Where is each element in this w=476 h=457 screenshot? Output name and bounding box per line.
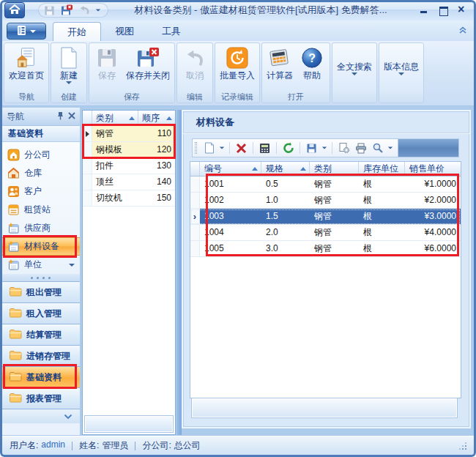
table-row[interactable]: 1004 2.0 钢管 根 ¥4.0000	[190, 225, 461, 241]
sidebar-item-label: 客户	[24, 185, 42, 198]
table-row[interactable]: 顶丝 140	[83, 174, 175, 190]
welcome-home-button[interactable]: 欢迎首页	[7, 45, 46, 81]
folder-icon	[9, 392, 22, 405]
column-header-category[interactable]: 类别	[92, 111, 138, 125]
nav-group-rent-out[interactable]: 租出管理	[2, 281, 80, 302]
close-icon[interactable]	[68, 111, 75, 122]
folder-icon	[9, 307, 22, 320]
cell-stock-unit: 根	[359, 225, 405, 240]
nav-group-reports[interactable]: 报表管理	[2, 387, 80, 409]
nav-group-basic-data[interactable]: 基础资料	[2, 366, 80, 387]
sidebar-item-branch[interactable]: 分公司	[2, 146, 80, 164]
sidebar-item-customer[interactable]: 客户	[2, 182, 80, 201]
resize-grip[interactable]	[459, 442, 466, 450]
nav-group-inventory[interactable]: 进销存管理	[2, 345, 80, 366]
save-and-close-button[interactable]: 保存并关闭	[124, 45, 172, 81]
sidebar-item-label: 仓库	[24, 167, 42, 179]
chevron-down-icon[interactable]	[322, 146, 327, 149]
sidebar-item-supplier[interactable]: 供应商	[2, 219, 80, 237]
column-header-category[interactable]: 类别	[310, 162, 359, 176]
column-header-spec[interactable]: 规格	[261, 162, 310, 176]
table-row[interactable]: 切纹机 150	[83, 190, 175, 207]
new-button[interactable]: 新建	[53, 45, 84, 85]
nav-splitter-handle[interactable]	[2, 274, 80, 281]
button-label: 计算器	[267, 70, 293, 81]
column-header-stock-unit[interactable]: 库存单位	[359, 162, 405, 176]
save-icon[interactable]	[42, 4, 56, 16]
cell-code: 1001	[200, 177, 261, 192]
table-row-selected[interactable]: 1003 1.5 钢管 根 ¥3.0000	[190, 209, 461, 225]
tab-tools[interactable]: 工具	[148, 22, 195, 41]
save-and-close-icon[interactable]	[60, 4, 73, 16]
rental-station-icon	[7, 204, 20, 216]
delete-icon[interactable]	[234, 141, 248, 155]
sidebar-item-material-equipment[interactable]: 材料设备	[2, 237, 80, 256]
undo-icon	[183, 46, 207, 70]
close-button[interactable]	[457, 6, 467, 15]
app-home-button[interactable]	[4, 2, 25, 18]
nav-overflow-bar[interactable]	[2, 409, 80, 423]
material-table: 编号 规格 类别 库存单位 销售单价 1001	[190, 161, 461, 398]
cell-category: 钢管	[310, 177, 359, 192]
print-icon[interactable]	[354, 141, 368, 155]
panel-title: 材料设备	[183, 111, 469, 133]
button-label: 欢迎首页	[9, 70, 44, 81]
button-label: 全文搜索	[337, 62, 372, 72]
material-equipment-icon	[7, 240, 20, 253]
application-menu-button[interactable]	[7, 23, 46, 40]
version-info-button[interactable]: 版本信息	[382, 61, 421, 76]
export-icon[interactable]	[305, 141, 319, 155]
ribbon-group-label: 创建	[51, 92, 86, 103]
row-selector	[83, 158, 92, 174]
chevron-down-icon[interactable]	[388, 146, 393, 149]
qat-dropdown-icon[interactable]	[96, 9, 100, 11]
table-row[interactable]: 1005 3.0 钢管 根 ¥6.0000	[190, 241, 461, 257]
tab-view[interactable]: 视图	[101, 22, 148, 41]
sidebar-item-label: 供应商	[24, 222, 51, 234]
table-row[interactable]: 钢管 110	[83, 126, 175, 142]
button-label: 帮助	[303, 70, 321, 81]
ribbon-group-create: 新建 创建	[51, 42, 87, 103]
folder-icon	[9, 286, 22, 299]
column-header-order[interactable]: 顺序	[138, 111, 175, 125]
refresh-icon[interactable]	[281, 141, 295, 155]
page-setup-icon[interactable]	[337, 141, 351, 155]
sidebar-item-warehouse[interactable]: 仓库	[2, 164, 80, 182]
row-selector	[190, 225, 200, 240]
table-row[interactable]: 1002 1.0 钢管 根 ¥2.0000	[190, 193, 461, 209]
sidebar-item-label: 分公司	[24, 149, 51, 161]
maximize-button[interactable]	[438, 6, 448, 15]
calculator-button[interactable]: 计算器	[264, 45, 295, 81]
new-document-icon[interactable]	[202, 141, 216, 155]
batch-import-button[interactable]: 批量导入	[217, 45, 257, 81]
table-row[interactable]: 1001 0.5 钢管 根 ¥1.0000	[190, 177, 461, 193]
vertical-splitter[interactable]	[176, 110, 182, 435]
detail-panel-footer	[191, 398, 458, 418]
pin-icon[interactable]	[56, 111, 64, 122]
sidebar-item-unit[interactable]: 单位	[2, 256, 80, 274]
ribbon-collapse-icon[interactable]	[458, 26, 467, 37]
undo-icon[interactable]	[78, 4, 91, 16]
window-controls	[419, 6, 467, 15]
ribbon-group-fulltext-search: 全文搜索	[332, 42, 377, 103]
sort-asc-icon	[166, 116, 172, 120]
preview-icon[interactable]	[371, 141, 384, 155]
column-header-sale-price[interactable]: 销售单价	[405, 162, 461, 176]
nav-group-rent-in[interactable]: 租入管理	[2, 302, 80, 324]
table-row[interactable]: 钢模板 120	[83, 142, 175, 158]
chevron-down-icon[interactable]	[69, 264, 75, 267]
help-button[interactable]: ? 帮助	[297, 45, 327, 81]
toolbar-grip[interactable]	[195, 142, 197, 154]
chevron-down-icon[interactable]	[220, 146, 224, 149]
calculator-icon[interactable]	[258, 141, 272, 155]
minimize-button[interactable]	[419, 6, 429, 15]
fulltext-search-button[interactable]: 全文搜索	[335, 61, 374, 76]
nav-group-settlement[interactable]: 结算管理	[2, 324, 80, 345]
sidebar-item-rental-station[interactable]: 租赁站	[2, 201, 80, 219]
tab-start[interactable]: 开始	[53, 22, 101, 41]
row-selector	[83, 126, 92, 141]
table-row[interactable]: 扣件 130	[83, 158, 175, 174]
column-header-code[interactable]: 编号	[200, 162, 261, 176]
branch-icon	[7, 149, 20, 161]
navigation-title: 导航	[7, 111, 53, 123]
